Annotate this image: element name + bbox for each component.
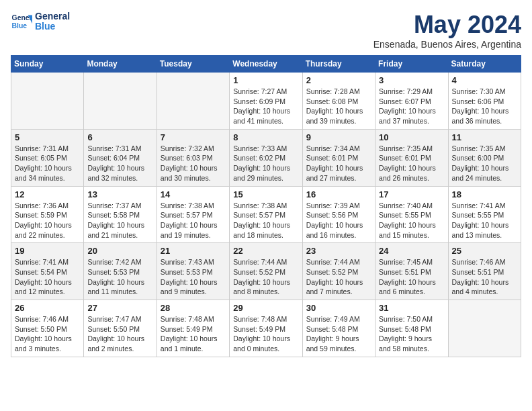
calendar-day-cell: 31Sunrise: 7:50 AM Sunset: 5:48 PM Dayli… <box>375 300 448 357</box>
day-number: 10 <box>379 132 444 142</box>
day-info: Sunrise: 7:42 AM Sunset: 5:53 PM Dayligh… <box>87 257 152 297</box>
day-number: 24 <box>379 246 444 256</box>
day-info: Sunrise: 7:27 AM Sunset: 6:09 PM Dayligh… <box>233 87 298 126</box>
calendar-week-row: 12Sunrise: 7:36 AM Sunset: 5:59 PM Dayli… <box>11 186 521 243</box>
day-number: 20 <box>87 246 152 256</box>
day-info: Sunrise: 7:30 AM Sunset: 6:06 PM Dayligh… <box>452 87 517 126</box>
calendar-day-cell: 4Sunrise: 7:30 AM Sunset: 6:06 PM Daylig… <box>448 73 521 130</box>
calendar-day-cell: 24Sunrise: 7:45 AM Sunset: 5:51 PM Dayli… <box>375 243 448 300</box>
day-info: Sunrise: 7:41 AM Sunset: 5:54 PM Dayligh… <box>15 257 80 297</box>
day-number: 3 <box>379 75 444 85</box>
day-number: 30 <box>306 303 371 313</box>
day-info: Sunrise: 7:38 AM Sunset: 5:57 PM Dayligh… <box>161 201 226 240</box>
day-number: 7 <box>161 132 226 142</box>
calendar-day-cell: 30Sunrise: 7:49 AM Sunset: 5:48 PM Dayli… <box>302 300 375 357</box>
calendar-day-cell: 19Sunrise: 7:41 AM Sunset: 5:54 PM Dayli… <box>11 243 84 300</box>
calendar-day-cell <box>448 300 521 357</box>
day-number: 14 <box>161 189 226 199</box>
day-info: Sunrise: 7:44 AM Sunset: 5:52 PM Dayligh… <box>233 257 298 297</box>
calendar-day-cell: 7Sunrise: 7:32 AM Sunset: 6:03 PM Daylig… <box>157 129 229 186</box>
calendar-week-row: 26Sunrise: 7:46 AM Sunset: 5:50 PM Dayli… <box>11 300 521 357</box>
day-number: 27 <box>87 303 152 313</box>
day-of-week-header: Friday <box>375 56 448 73</box>
day-of-week-header: Saturday <box>448 56 521 73</box>
day-info: Sunrise: 7:38 AM Sunset: 5:57 PM Dayligh… <box>233 201 298 240</box>
calendar-day-cell <box>11 73 84 130</box>
day-of-week-header: Wednesday <box>230 56 302 73</box>
day-info: Sunrise: 7:46 AM Sunset: 5:51 PM Dayligh… <box>452 257 517 297</box>
calendar-day-cell: 21Sunrise: 7:43 AM Sunset: 5:53 PM Dayli… <box>157 243 229 300</box>
calendar-day-cell: 29Sunrise: 7:48 AM Sunset: 5:49 PM Dayli… <box>230 300 302 357</box>
calendar-day-cell: 16Sunrise: 7:39 AM Sunset: 5:56 PM Dayli… <box>302 186 375 243</box>
day-info: Sunrise: 7:46 AM Sunset: 5:50 PM Dayligh… <box>15 314 80 354</box>
day-info: Sunrise: 7:43 AM Sunset: 5:53 PM Dayligh… <box>161 257 226 297</box>
day-info: Sunrise: 7:36 AM Sunset: 5:59 PM Dayligh… <box>15 201 80 240</box>
calendar-week-row: 5Sunrise: 7:31 AM Sunset: 6:05 PM Daylig… <box>11 129 521 186</box>
day-info: Sunrise: 7:37 AM Sunset: 5:58 PM Dayligh… <box>87 201 152 240</box>
day-number: 29 <box>233 303 298 313</box>
day-info: Sunrise: 7:33 AM Sunset: 6:02 PM Dayligh… <box>233 144 298 183</box>
logo: General Blue General Blue <box>11 11 70 32</box>
day-number: 1 <box>233 75 298 85</box>
day-info: Sunrise: 7:47 AM Sunset: 5:50 PM Dayligh… <box>87 314 152 354</box>
day-number: 13 <box>87 189 152 199</box>
calendar-day-cell: 8Sunrise: 7:33 AM Sunset: 6:02 PM Daylig… <box>230 129 302 186</box>
day-number: 6 <box>87 132 152 142</box>
day-number: 5 <box>15 132 80 142</box>
calendar-day-cell: 13Sunrise: 7:37 AM Sunset: 5:58 PM Dayli… <box>84 186 157 243</box>
day-number: 25 <box>452 246 517 256</box>
day-info: Sunrise: 7:31 AM Sunset: 6:04 PM Dayligh… <box>87 144 152 183</box>
title-block: May 2024 Ensenada, Buenos Aires, Argenti… <box>373 11 521 50</box>
logo-icon: General Blue <box>11 11 32 32</box>
logo-blue: Blue <box>35 21 70 32</box>
calendar-day-cell: 14Sunrise: 7:38 AM Sunset: 5:57 PM Dayli… <box>157 186 229 243</box>
calendar-day-cell: 11Sunrise: 7:35 AM Sunset: 6:00 PM Dayli… <box>448 129 521 186</box>
day-number: 11 <box>452 132 517 142</box>
day-info: Sunrise: 7:44 AM Sunset: 5:52 PM Dayligh… <box>306 257 371 297</box>
day-info: Sunrise: 7:40 AM Sunset: 5:55 PM Dayligh… <box>379 201 444 240</box>
calendar-week-row: 19Sunrise: 7:41 AM Sunset: 5:54 PM Dayli… <box>11 243 521 300</box>
day-info: Sunrise: 7:41 AM Sunset: 5:55 PM Dayligh… <box>452 201 517 240</box>
calendar-day-cell: 15Sunrise: 7:38 AM Sunset: 5:57 PM Dayli… <box>230 186 302 243</box>
day-number: 15 <box>233 189 298 199</box>
day-info: Sunrise: 7:28 AM Sunset: 6:08 PM Dayligh… <box>306 87 371 126</box>
calendar-day-cell: 1Sunrise: 7:27 AM Sunset: 6:09 PM Daylig… <box>230 73 302 130</box>
day-of-week-header: Sunday <box>11 56 84 73</box>
day-info: Sunrise: 7:50 AM Sunset: 5:48 PM Dayligh… <box>379 314 444 354</box>
day-number: 16 <box>306 189 371 199</box>
calendar-day-cell <box>157 73 229 130</box>
day-number: 12 <box>15 189 80 199</box>
page-header: General Blue General Blue May 2024 Ensen… <box>11 11 521 50</box>
day-info: Sunrise: 7:34 AM Sunset: 6:01 PM Dayligh… <box>306 144 371 183</box>
day-of-week-header: Tuesday <box>157 56 229 73</box>
day-number: 26 <box>15 303 80 313</box>
calendar-day-cell: 20Sunrise: 7:42 AM Sunset: 5:53 PM Dayli… <box>84 243 157 300</box>
calendar-day-cell: 17Sunrise: 7:40 AM Sunset: 5:55 PM Dayli… <box>375 186 448 243</box>
calendar-day-cell: 9Sunrise: 7:34 AM Sunset: 6:01 PM Daylig… <box>302 129 375 186</box>
calendar-day-cell: 5Sunrise: 7:31 AM Sunset: 6:05 PM Daylig… <box>11 129 84 186</box>
day-number: 17 <box>379 189 444 199</box>
day-info: Sunrise: 7:29 AM Sunset: 6:07 PM Dayligh… <box>379 87 444 126</box>
day-info: Sunrise: 7:48 AM Sunset: 5:49 PM Dayligh… <box>161 314 226 354</box>
calendar-day-cell: 27Sunrise: 7:47 AM Sunset: 5:50 PM Dayli… <box>84 300 157 357</box>
subtitle: Ensenada, Buenos Aires, Argentina <box>373 39 521 50</box>
day-number: 8 <box>233 132 298 142</box>
month-title: May 2024 <box>373 11 521 39</box>
calendar-day-cell: 3Sunrise: 7:29 AM Sunset: 6:07 PM Daylig… <box>375 73 448 130</box>
day-number: 19 <box>15 246 80 256</box>
day-number: 28 <box>161 303 226 313</box>
calendar-day-cell: 22Sunrise: 7:44 AM Sunset: 5:52 PM Dayli… <box>230 243 302 300</box>
calendar-day-cell: 23Sunrise: 7:44 AM Sunset: 5:52 PM Dayli… <box>302 243 375 300</box>
day-info: Sunrise: 7:31 AM Sunset: 6:05 PM Dayligh… <box>15 144 80 183</box>
calendar-day-cell: 2Sunrise: 7:28 AM Sunset: 6:08 PM Daylig… <box>302 73 375 130</box>
day-info: Sunrise: 7:35 AM Sunset: 6:01 PM Dayligh… <box>379 144 444 183</box>
calendar-day-cell: 28Sunrise: 7:48 AM Sunset: 5:49 PM Dayli… <box>157 300 229 357</box>
calendar-day-cell: 10Sunrise: 7:35 AM Sunset: 6:01 PM Dayli… <box>375 129 448 186</box>
calendar-day-cell: 26Sunrise: 7:46 AM Sunset: 5:50 PM Dayli… <box>11 300 84 357</box>
day-info: Sunrise: 7:35 AM Sunset: 6:00 PM Dayligh… <box>452 144 517 183</box>
day-of-week-header: Monday <box>84 56 157 73</box>
day-number: 31 <box>379 303 444 313</box>
calendar-day-cell <box>84 73 157 130</box>
day-number: 23 <box>306 246 371 256</box>
day-of-week-header: Thursday <box>302 56 375 73</box>
